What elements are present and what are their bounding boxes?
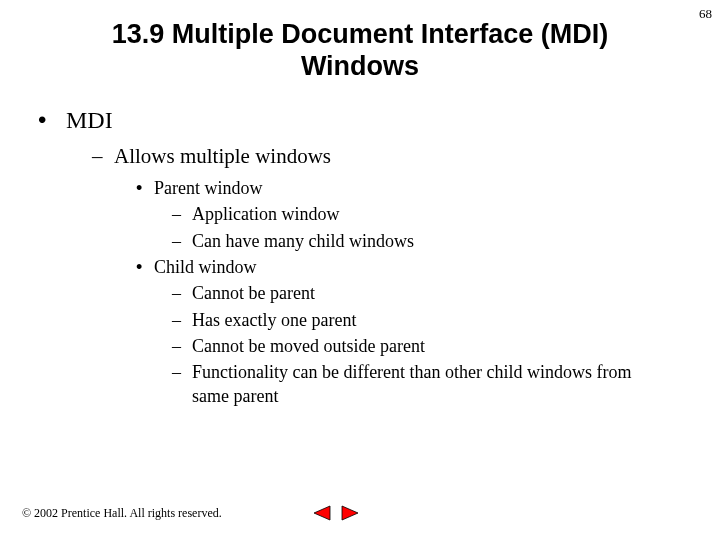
arrow-left-icon: [312, 504, 332, 522]
outline-text: Functionality can be different than othe…: [192, 360, 660, 409]
bullet-dash: –: [172, 281, 192, 305]
slide-content: • MDI – Allows multiple windows • Parent…: [0, 105, 720, 409]
slide-title: 13.9 Multiple Document Interface (MDI) W…: [0, 18, 720, 83]
slide-footer: © 2002 Prentice Hall. All rights reserve…: [22, 504, 698, 522]
outline-level4-item: – Cannot be moved outside parent: [172, 334, 660, 358]
bullet-dash: –: [172, 308, 192, 332]
outline-level4-item: – Functionality can be different than ot…: [172, 360, 660, 409]
outline-text: Cannot be parent: [192, 281, 315, 305]
bullet-dash: –: [172, 202, 192, 226]
outline-text: Has exactly one parent: [192, 308, 356, 332]
outline-text: Allows multiple windows: [114, 143, 331, 170]
nav-buttons: [312, 504, 360, 522]
outline-text: Cannot be moved outside parent: [192, 334, 425, 358]
prev-button[interactable]: [312, 504, 332, 522]
outline-level3-item: • Parent window: [136, 176, 660, 200]
copyright-text: © 2002 Prentice Hall. All rights reserve…: [22, 506, 222, 521]
arrow-right-icon: [340, 504, 360, 522]
bullet-disc: •: [136, 176, 154, 200]
bullet-dash: –: [172, 334, 192, 358]
svg-marker-1: [342, 506, 358, 520]
bullet-dash: –: [172, 229, 192, 253]
outline-text: Child window: [154, 255, 257, 279]
outline-text: Parent window: [154, 176, 262, 200]
outline-text: MDI: [66, 105, 113, 135]
svg-marker-0: [314, 506, 330, 520]
outline-text: Application window: [192, 202, 339, 226]
bullet-disc: •: [38, 105, 66, 135]
bullet-dash: –: [172, 360, 192, 409]
outline-level3-item: • Child window: [136, 255, 660, 279]
outline-text: Can have many child windows: [192, 229, 414, 253]
bullet-disc: •: [136, 255, 154, 279]
next-button[interactable]: [340, 504, 360, 522]
outline-level4-item: – Can have many child windows: [172, 229, 660, 253]
slide-number: 68: [699, 6, 712, 22]
outline-level1-item: • MDI: [38, 105, 660, 135]
outline-level4-item: – Application window: [172, 202, 660, 226]
outline-level4-item: – Has exactly one parent: [172, 308, 660, 332]
bullet-dash: –: [92, 143, 114, 170]
outline-level2-item: – Allows multiple windows: [92, 143, 660, 170]
outline-level4-item: – Cannot be parent: [172, 281, 660, 305]
